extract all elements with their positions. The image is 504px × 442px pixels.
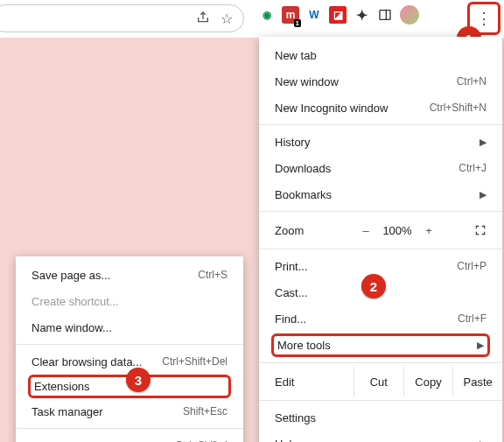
star-icon[interactable]: ☆	[220, 11, 233, 27]
submenu-save-page[interactable]: Save page as...Ctrl+S	[16, 262, 243, 288]
menu-print[interactable]: Print...Ctrl+P	[259, 253, 502, 279]
menu-history[interactable]: History▶	[259, 129, 502, 155]
menu-find[interactable]: Find...Ctrl+F	[259, 305, 502, 332]
extension-icon-w[interactable]: W	[305, 6, 323, 24]
chrome-main-menu: New tab New windowCtrl+N New Incognito w…	[259, 37, 502, 442]
share-icon[interactable]	[196, 11, 210, 25]
callout-3: 3	[126, 368, 150, 392]
more-tools-submenu: Save page as...Ctrl+S Create shortcut...…	[16, 256, 243, 442]
menu-zoom: Zoom – 100% +	[259, 215, 502, 245]
extension-icon-g[interactable]: ◉	[258, 6, 276, 24]
menu-help[interactable]: Help▶	[259, 431, 502, 442]
menu-more-tools[interactable]: More tools▶	[259, 332, 502, 359]
extension-icon-z[interactable]: ◪	[329, 6, 346, 24]
menu-new-tab[interactable]: New tab	[259, 42, 502, 68]
fullscreen-icon[interactable]	[474, 224, 486, 236]
submenu-task-manager[interactable]: Task managerShift+Esc	[16, 398, 243, 424]
submenu-name-window[interactable]: Name window...	[16, 314, 243, 340]
submenu-dev-tools[interactable]: Developer toolsCtrl+Shift+I	[16, 432, 243, 442]
extension-icon-m[interactable]: m1	[282, 6, 299, 24]
menu-new-incognito[interactable]: New Incognito windowCtrl+Shift+N	[259, 95, 502, 121]
menu-bookmarks[interactable]: Bookmarks▶	[259, 181, 502, 207]
menu-new-window[interactable]: New windowCtrl+N	[259, 68, 502, 95]
zoom-value: 100%	[378, 224, 416, 237]
menu-edit: Edit Cut Copy Paste	[259, 367, 502, 396]
avatar[interactable]	[400, 5, 419, 25]
submenu-create-shortcut: Create shortcut...	[16, 288, 243, 314]
extensions-puzzle-icon[interactable]: ✦	[353, 6, 370, 24]
edit-copy[interactable]: Copy	[403, 367, 453, 396]
edit-paste[interactable]: Paste	[452, 367, 502, 396]
menu-settings[interactable]: Settings	[259, 404, 502, 431]
edit-cut[interactable]: Cut	[354, 367, 403, 396]
callout-2: 2	[361, 274, 386, 298]
zoom-in-button[interactable]: +	[416, 224, 441, 237]
svg-rect-0	[380, 11, 390, 20]
zoom-out-button[interactable]: –	[354, 224, 378, 237]
menu-downloads[interactable]: DownloadsCtrl+J	[259, 155, 502, 181]
omnibox[interactable]: ☆	[0, 4, 244, 32]
extensions-bar: ◉ m1 W ◪ ✦	[258, 5, 419, 25]
side-panel-icon[interactable]	[376, 6, 394, 24]
